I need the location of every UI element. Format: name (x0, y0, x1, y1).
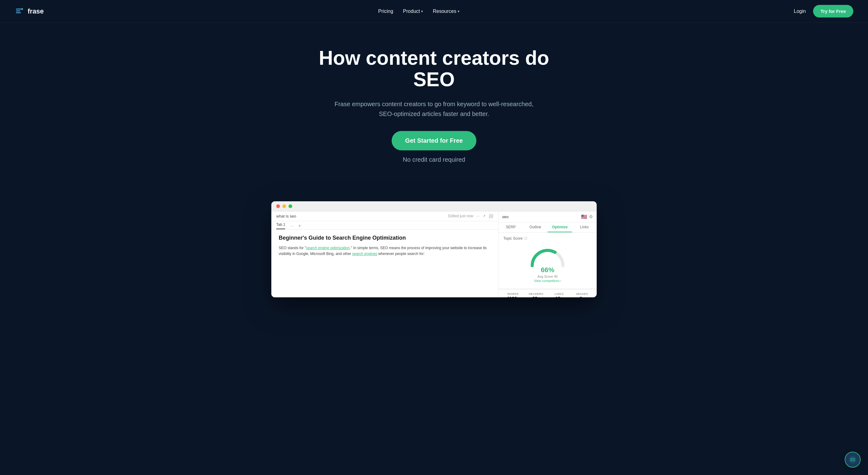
hero-section: How content creators do SEO Frase empowe… (296, 23, 572, 195)
titlebar-dot-green (288, 204, 292, 208)
stat-headers: HEADERS 22 ↓ 24 (525, 292, 547, 297)
nav-product[interactable]: Product ▾ (403, 9, 423, 14)
chat-icon (848, 455, 857, 464)
settings-icon[interactable]: ⚙ (589, 214, 593, 219)
app-preview-wrapper: what is seo Edited just now ··· ↗ ⬜ Tab … (0, 195, 868, 297)
product-chevron-icon: ▾ (421, 9, 423, 13)
rp-tab-links[interactable]: Links (572, 222, 597, 232)
gauge-avg: Avg Score 45 (537, 275, 558, 278)
right-panel-header: seo 🇺🇸 ⚙ (498, 212, 597, 222)
edited-status: Edited just now (448, 214, 473, 218)
right-panel-search-term: seo (502, 215, 508, 219)
nav-pricing[interactable]: Pricing (378, 9, 393, 14)
editor-content: Beginner's Guide to Search Engine Optimi… (271, 229, 498, 297)
editor-panel: what is seo Edited just now ··· ↗ ⬜ Tab … (271, 212, 498, 297)
editor-tabs: Tab 1 ··· + (271, 221, 498, 229)
chat-widget[interactable] (845, 452, 861, 468)
stat-words: WORDS 4106 ↑ 3302 (502, 292, 524, 297)
expand-icon[interactable]: ⬜ (489, 214, 493, 218)
chevron-right-icon: › (560, 279, 561, 283)
get-started-button[interactable]: Get Started for Free (392, 131, 476, 150)
titlebar-dot-yellow (282, 204, 286, 208)
svg-rect-0 (16, 9, 22, 9)
topic-score-label: Topic Score ⓘ (503, 236, 592, 241)
link-search-engines[interactable]: search engines (352, 252, 377, 256)
titlebar-dot-red (276, 204, 280, 208)
navbar: frase Pricing Product ▾ Resources ▾ Logi… (0, 0, 868, 23)
app-body: what is seo Edited just now ··· ↗ ⬜ Tab … (271, 212, 597, 297)
logo-text: frase (28, 7, 44, 15)
editor-paragraph: SEO stands for "search engine optimizati… (279, 245, 491, 257)
svg-rect-2 (16, 12, 21, 13)
nav-links: Pricing Product ▾ Resources ▾ (378, 9, 460, 14)
links-trend-icon: ↓ (561, 296, 563, 297)
flag-icon: 🇺🇸 (581, 214, 587, 220)
editor-tab-add[interactable]: + (298, 223, 301, 229)
more-icon[interactable]: ··· (476, 214, 479, 218)
editor-tab-1[interactable]: Tab 1 (276, 222, 285, 229)
editor-toolbar: what is seo Edited just now ··· ↗ ⬜ (271, 212, 498, 221)
svg-point-3 (21, 8, 23, 10)
svg-rect-1 (16, 10, 20, 11)
app-preview: what is seo Edited just now ··· ↗ ⬜ Tab … (271, 201, 597, 297)
editor-tab-dots[interactable]: ··· (290, 224, 293, 228)
gauge-container: 66% Avg Score 45 View competitors › (503, 243, 592, 285)
gauge-svg (529, 246, 566, 267)
stat-links: LINKS 15 ↓ 43 (548, 292, 570, 297)
logo-link[interactable]: frase (15, 6, 44, 16)
right-panel: seo 🇺🇸 ⚙ SERP Outline Optimize (498, 212, 597, 297)
try-free-button[interactable]: Try for Free (813, 5, 853, 18)
right-panel-tabs: SERP Outline Optimize Links (498, 222, 597, 232)
info-icon: ⓘ (524, 236, 527, 241)
login-link[interactable]: Login (794, 9, 806, 14)
no-credit-card-text: No credit card required (330, 155, 538, 164)
nav-resources[interactable]: Resources ▾ (433, 9, 459, 14)
hero-headline: How content creators do SEO (308, 47, 560, 91)
app-titlebar (271, 201, 597, 212)
images-trend-icon: ↓ (583, 296, 585, 297)
svg-point-7 (854, 460, 854, 460)
stats-row: WORDS 4106 ↑ 3302 HEADERS 22 ↓ 24 (498, 289, 597, 297)
rp-tab-optimize[interactable]: Optimize (548, 222, 572, 232)
gauge-percent: 66% (541, 266, 554, 274)
share-icon[interactable]: ↗ (483, 214, 486, 218)
nav-right: Login Try for Free (794, 5, 853, 18)
rp-tab-outline[interactable]: Outline (523, 222, 548, 232)
hero-subtext: Frase empowers content creators to go fr… (330, 99, 538, 119)
editor-heading: Beginner's Guide to Search Engine Optimi… (279, 234, 491, 242)
words-trend-icon: ↑ (518, 296, 519, 297)
view-competitors-link[interactable]: View competitors › (534, 279, 561, 283)
resources-chevron-icon: ▾ (458, 9, 460, 13)
headers-trend-icon: ↓ (538, 296, 540, 297)
doc-title: what is seo (276, 214, 296, 219)
logo-icon (15, 6, 25, 16)
svg-point-6 (852, 460, 853, 460)
stat-images: IMAGES 0 ↓ 10 (571, 292, 593, 297)
rp-tab-serp[interactable]: SERP (498, 222, 523, 232)
topic-score-section: Topic Score ⓘ 66% Avg Score 45 (498, 232, 597, 289)
svg-point-5 (851, 460, 852, 460)
link-seo-definition[interactable]: search engine optimization (306, 246, 350, 250)
editor-toolbar-right: Edited just now ··· ↗ ⬜ (448, 214, 493, 218)
